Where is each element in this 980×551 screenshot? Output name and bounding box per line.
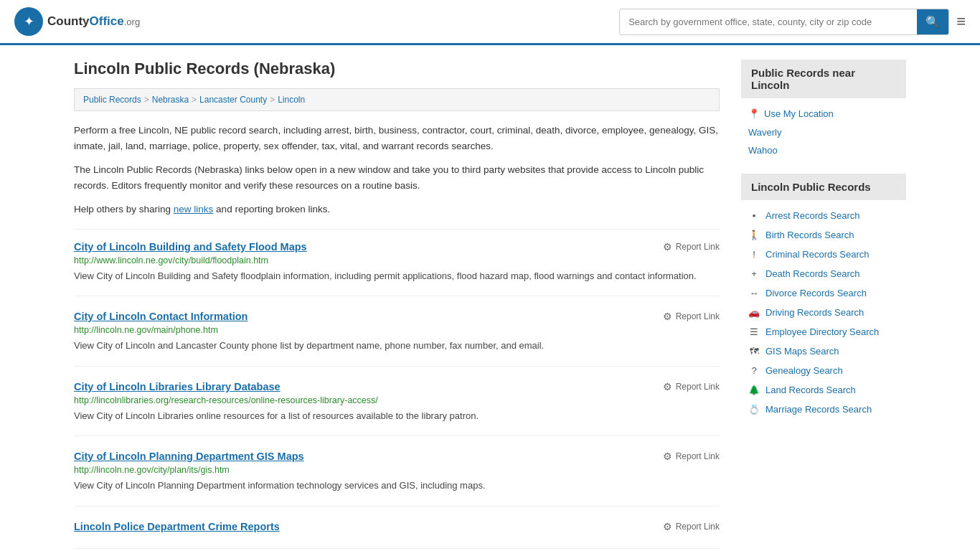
criminal-records-link[interactable]: Criminal Records Search <box>765 249 870 260</box>
search-bar: 🔍 <box>619 9 949 35</box>
result-item: City of Lincoln Building and Safety Floo… <box>74 241 720 297</box>
genealogy-link[interactable]: Genealogy Search <box>765 365 843 376</box>
marriage-icon: 💍 <box>748 404 760 415</box>
sidebar-item-criminal[interactable]: ! Criminal Records Search <box>741 245 906 264</box>
report-link-label: Report Link <box>676 451 720 461</box>
sidebar-item-divorce[interactable]: ↔ Divorce Records Search <box>741 283 906 303</box>
sidebar-wahoo: Wahoo <box>741 141 906 159</box>
result-title-link[interactable]: Lincoln Police Department Crime Reports <box>74 521 280 532</box>
sidebar-item-gis[interactable]: 🗺 GIS Maps Search <box>741 342 906 361</box>
content-area: Lincoln Public Records (Nebraska) Public… <box>74 60 720 551</box>
logo-icon: ✦ <box>14 7 43 36</box>
birth-icon: 🚶 <box>748 230 760 240</box>
page-title: Lincoln Public Records (Nebraska) <box>74 60 720 78</box>
main-container: Lincoln Public Records (Nebraska) Public… <box>60 45 920 551</box>
results-list: City of Lincoln Building and Safety Floo… <box>74 241 720 549</box>
report-link-label: Report Link <box>676 522 720 532</box>
employee-icon: ☰ <box>748 326 760 337</box>
sidebar-item-employee[interactable]: ☰ Employee Directory Search <box>741 322 906 342</box>
result-header: City of Lincoln Contact Information ⚙ Re… <box>74 311 720 322</box>
desc3-pre: Help others by sharing <box>74 204 174 215</box>
breadcrumb-sep-1: > <box>144 95 149 105</box>
arrest-icon: ▪ <box>748 210 760 221</box>
driving-icon: 🚗 <box>748 307 760 318</box>
report-icon: ⚙ <box>663 451 672 462</box>
result-url-3[interactable]: http://lincoln.ne.gov/city/plan/its/gis.… <box>74 465 720 475</box>
report-link-3[interactable]: ⚙ Report Link <box>663 451 720 462</box>
logo-area: ✦ CountyOffice.org <box>14 7 140 36</box>
breadcrumb-sep-3: > <box>270 95 275 105</box>
description-3: Help others by sharing new links and rep… <box>74 202 720 217</box>
description-2: The Lincoln Public Records (Nebraska) li… <box>74 162 720 193</box>
result-url-1[interactable]: http://lincoln.ne.gov/main/phone.htm <box>74 325 720 335</box>
report-link-1[interactable]: ⚙ Report Link <box>663 311 720 322</box>
result-item: City of Lincoln Contact Information ⚙ Re… <box>74 311 720 367</box>
use-my-location-link[interactable]: Use My Location <box>764 108 834 119</box>
breadcrumb-lancaster-county[interactable]: Lancaster County <box>199 95 267 105</box>
result-header: City of Lincoln Libraries Library Databa… <box>74 381 720 392</box>
divorce-records-link[interactable]: Divorce Records Search <box>765 288 867 298</box>
report-link-label: Report Link <box>676 242 720 252</box>
description-1: Perform a free Lincoln, NE public record… <box>74 123 720 154</box>
sidebar-item-birth[interactable]: 🚶 Birth Records Search <box>741 225 906 245</box>
report-link-0[interactable]: ⚙ Report Link <box>663 241 720 253</box>
result-item: City of Lincoln Planning Department GIS … <box>74 451 720 507</box>
report-icon: ⚙ <box>663 311 672 322</box>
report-icon: ⚙ <box>663 241 672 253</box>
result-url-0[interactable]: http://www.lincoln.ne.gov/city/build/flo… <box>74 255 720 265</box>
sidebar-item-death[interactable]: + Death Records Search <box>741 264 906 283</box>
breadcrumb-nebraska[interactable]: Nebraska <box>152 95 189 105</box>
report-link-2[interactable]: ⚙ Report Link <box>663 381 720 392</box>
report-link-4[interactable]: ⚙ Report Link <box>663 521 720 532</box>
genealogy-icon: ? <box>748 365 760 376</box>
breadcrumb-lincoln[interactable]: Lincoln <box>278 95 305 105</box>
result-header: City of Lincoln Planning Department GIS … <box>74 451 720 462</box>
report-link-label: Report Link <box>676 311 720 321</box>
logo-text: CountyOffice.org <box>47 14 140 29</box>
wahoo-link[interactable]: Wahoo <box>748 145 778 156</box>
result-title-link[interactable]: City of Lincoln Contact Information <box>74 311 248 322</box>
waverly-link[interactable]: Waverly <box>748 127 781 138</box>
birth-records-link[interactable]: Birth Records Search <box>765 230 854 240</box>
sidebar-item-marriage[interactable]: 💍 Marriage Records Search <box>741 400 906 419</box>
location-pin-icon: 📍 <box>748 108 760 119</box>
sidebar-item-arrest[interactable]: ▪ Arrest Records Search <box>741 206 906 225</box>
header-right: 🔍 ≡ <box>619 9 966 35</box>
search-button[interactable]: 🔍 <box>917 9 948 34</box>
sidebar-records-title: Lincoln Public Records <box>741 174 906 200</box>
gis-maps-link[interactable]: GIS Maps Search <box>765 346 839 357</box>
result-item: Lincoln Police Department Crime Reports … <box>74 521 720 549</box>
breadcrumb: Public Records > Nebraska > Lancaster Co… <box>74 88 720 111</box>
sidebar: Public Records near Lincoln 📍 Use My Loc… <box>741 60 906 551</box>
arrest-records-link[interactable]: Arrest Records Search <box>765 210 860 221</box>
hamburger-menu-button[interactable]: ≡ <box>956 12 966 31</box>
result-header: Lincoln Police Department Crime Reports … <box>74 521 720 532</box>
report-link-label: Report Link <box>676 382 720 392</box>
new-links-link[interactable]: new links <box>174 204 214 215</box>
sidebar-item-land[interactable]: 🌲 Land Records Search <box>741 380 906 400</box>
result-url-2[interactable]: http://lincolnlibraries.org/research-res… <box>74 395 720 405</box>
desc3-post: and reporting broken links. <box>213 204 330 215</box>
result-desc-2: View City of Lincoln Libraries online re… <box>74 409 720 423</box>
marriage-records-link[interactable]: Marriage Records Search <box>765 404 872 415</box>
use-my-location-item[interactable]: 📍 Use My Location <box>741 104 906 123</box>
result-desc-1: View City of Lincoln and Lancaster Count… <box>74 339 720 353</box>
result-title-link[interactable]: City of Lincoln Planning Department GIS … <box>74 451 304 462</box>
employee-records-link[interactable]: Employee Directory Search <box>765 326 879 337</box>
report-icon: ⚙ <box>663 381 672 392</box>
driving-records-link[interactable]: Driving Records Search <box>765 307 864 318</box>
death-records-link[interactable]: Death Records Search <box>765 268 860 279</box>
land-records-link[interactable]: Land Records Search <box>765 385 856 395</box>
header: ✦ CountyOffice.org 🔍 ≡ <box>0 0 980 45</box>
sidebar-records-section: Lincoln Public Records ▪ Arrest Records … <box>741 174 906 419</box>
sidebar-item-genealogy[interactable]: ? Genealogy Search <box>741 361 906 380</box>
report-icon: ⚙ <box>663 521 672 532</box>
death-icon: + <box>748 268 760 279</box>
search-input[interactable] <box>620 11 917 33</box>
result-title-link[interactable]: City of Lincoln Building and Safety Floo… <box>74 241 307 253</box>
result-title-link[interactable]: City of Lincoln Libraries Library Databa… <box>74 381 281 392</box>
breadcrumb-public-records[interactable]: Public Records <box>83 95 141 105</box>
result-desc-0: View City of Lincoln Building and Safety… <box>74 269 720 283</box>
sidebar-item-driving[interactable]: 🚗 Driving Records Search <box>741 303 906 322</box>
content-divider <box>74 229 720 230</box>
